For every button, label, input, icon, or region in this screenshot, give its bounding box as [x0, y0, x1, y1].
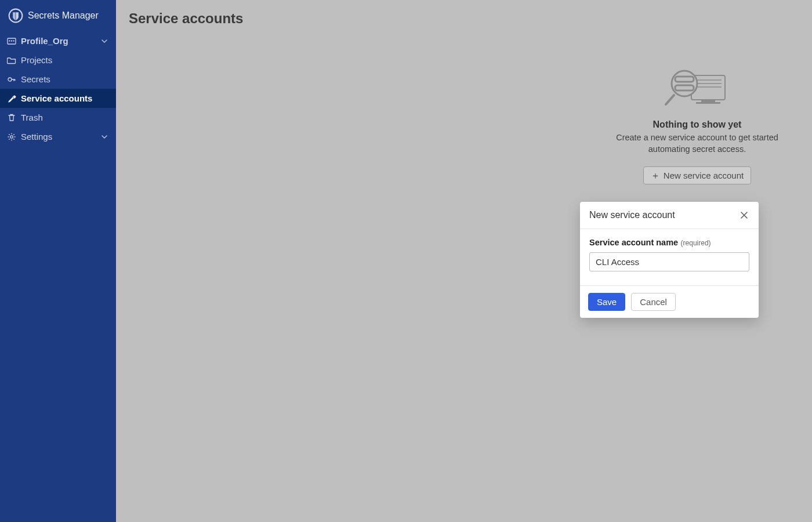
- gear-icon: [7, 132, 16, 142]
- svg-line-16: [666, 95, 674, 104]
- sidebar-item-label: Trash: [21, 113, 43, 122]
- shield-logo-icon: [8, 8, 23, 23]
- svg-rect-2: [9, 40, 10, 41]
- service-account-name-label: Service account name (required): [589, 237, 711, 247]
- new-service-account-modal: New service account Service account name…: [580, 202, 759, 318]
- sidebar-item-label: Secrets: [21, 74, 50, 84]
- field-required-text: (required): [681, 239, 711, 247]
- close-icon: [740, 211, 748, 219]
- trash-icon: [7, 113, 16, 122]
- main-content: Service accounts Nothing to show yet Cre…: [116, 0, 812, 522]
- new-service-account-button[interactable]: ＋ New service account: [643, 166, 751, 184]
- key-icon: [7, 75, 16, 84]
- brand-name: Secrets Manager: [28, 10, 99, 21]
- modal-body: Service account name (required): [580, 229, 759, 285]
- empty-illustration-icon: [610, 63, 784, 115]
- new-service-account-label: New service account: [664, 171, 744, 180]
- sidebar-item-label: Service accounts: [21, 93, 92, 103]
- sidebar-item-projects[interactable]: Projects: [0, 50, 116, 70]
- svg-point-5: [8, 78, 12, 81]
- org-icon: [7, 37, 16, 46]
- svg-point-13: [672, 71, 697, 96]
- sidebar-item-label: Settings: [21, 132, 52, 142]
- sidebar: Secrets Manager Profile_Org Projects Sec…: [0, 0, 116, 522]
- svg-rect-4: [13, 40, 14, 41]
- plus-icon: ＋: [651, 171, 660, 180]
- wrench-icon: [7, 94, 16, 103]
- svg-rect-3: [11, 40, 12, 41]
- chevron-down-icon: [101, 133, 108, 140]
- modal-title: New service account: [589, 210, 675, 220]
- empty-state: Nothing to show yet Create a new service…: [610, 63, 784, 184]
- field-label-text: Service account name: [589, 238, 678, 247]
- chevron-down-icon: [101, 38, 108, 45]
- sidebar-item-secrets[interactable]: Secrets: [0, 70, 116, 89]
- modal-header: New service account: [580, 202, 759, 229]
- modal-footer: Save Cancel: [580, 285, 759, 318]
- page-title: Service accounts: [129, 10, 799, 27]
- sidebar-item-label: Profile_Org: [21, 36, 68, 46]
- svg-rect-8: [701, 100, 715, 102]
- sidebar-item-settings[interactable]: Settings: [0, 127, 116, 146]
- sidebar-item-label: Projects: [21, 55, 52, 65]
- sidebar-item-organization[interactable]: Profile_Org: [0, 31, 116, 50]
- close-button[interactable]: [739, 210, 749, 220]
- svg-point-6: [10, 135, 13, 137]
- cancel-button[interactable]: Cancel: [631, 293, 676, 311]
- brand: Secrets Manager: [0, 0, 116, 31]
- empty-subtitle: Create a new service account to get star…: [610, 132, 784, 155]
- service-account-name-input[interactable]: [589, 252, 749, 271]
- sidebar-item-trash[interactable]: Trash: [0, 108, 116, 127]
- svg-rect-9: [696, 102, 720, 104]
- empty-title: Nothing to show yet: [610, 119, 784, 130]
- sidebar-item-service-accounts[interactable]: Service accounts: [0, 89, 116, 108]
- save-button[interactable]: Save: [588, 293, 625, 311]
- folder-icon: [7, 56, 16, 65]
